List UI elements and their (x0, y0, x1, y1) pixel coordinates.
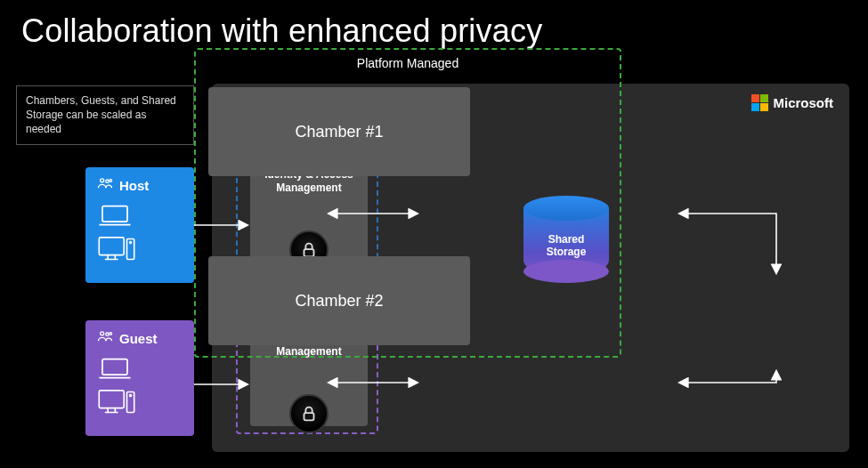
shared-storage: Shared Storage (523, 196, 609, 283)
guest-tile: Guest (85, 320, 194, 436)
scaling-note: Chambers, Guests, and Shared Storage can… (16, 85, 194, 145)
platform-managed-label: Platform Managed (357, 56, 458, 70)
svg-point-6 (130, 242, 132, 244)
chamber-2: Chamber #2 (208, 256, 470, 345)
svg-point-1 (106, 180, 109, 182)
microsoft-logo: Microsoft (751, 94, 834, 111)
svg-point-8 (106, 333, 109, 335)
svg-point-0 (101, 179, 104, 182)
desktop-icon (96, 234, 183, 264)
laptop-icon (96, 202, 183, 229)
storage-label-2: Storage (547, 246, 587, 258)
desktop-icon (96, 387, 183, 417)
people-icon (96, 176, 114, 195)
people-icon (96, 329, 114, 348)
platform-managed-box: Platform Managed Chamber #1 Chamber #2 S… (194, 48, 621, 358)
svg-rect-15 (304, 413, 314, 420)
svg-point-9 (110, 333, 112, 335)
laptop-icon (96, 355, 183, 382)
svg-point-7 (101, 332, 104, 335)
svg-rect-10 (102, 359, 127, 375)
microsoft-grid-icon (751, 94, 768, 111)
lock-icon (289, 394, 329, 433)
svg-rect-3 (102, 206, 127, 222)
brand-text: Microsoft (774, 95, 834, 110)
svg-rect-4 (99, 238, 124, 255)
chamber-1: Chamber #1 (208, 87, 470, 176)
storage-label-1: Shared (548, 233, 585, 246)
guest-label: Guest (119, 331, 158, 346)
svg-point-2 (110, 180, 112, 182)
page-title: Collaboration with enhanced privacy (21, 12, 542, 50)
svg-rect-11 (99, 391, 124, 408)
svg-point-13 (130, 395, 132, 397)
host-tile: Host (85, 167, 194, 283)
host-label: Host (119, 178, 149, 193)
